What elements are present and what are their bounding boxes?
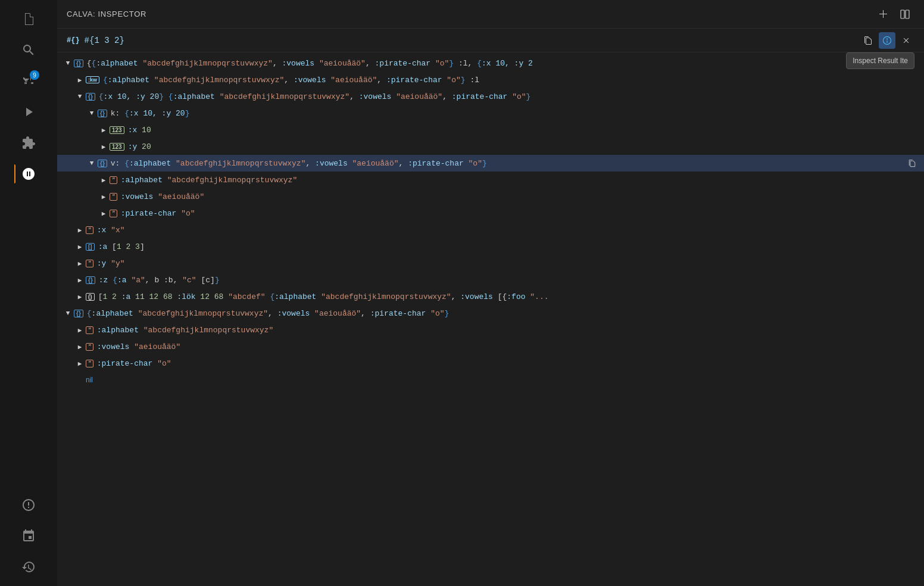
row-content: {{:alphabet "abcdefghijklmnopqrstuvwxyz"… (87, 59, 919, 68)
chevron-right-icon: ▶ (74, 74, 86, 86)
tree-row[interactable]: ▶ 123 :y 20 (57, 138, 924, 155)
title-bar: CALVA: INSPECTOR (57, 0, 924, 29)
row-content: :vowels "aeiouåäö" (121, 192, 919, 201)
type-badge-str: " (86, 260, 93, 267)
row-content: :alphabet "abcdefghijklmnopqrstuvwxyz" (121, 176, 919, 185)
svg-rect-1 (906, 10, 909, 18)
svg-rect-0 (901, 10, 904, 18)
tree-row[interactable]: ▼ {} k: {:x 10, :y 20} (57, 105, 924, 121)
tree-row[interactable]: ▶ " :vowels "aeiouåäö" (57, 188, 924, 205)
tree-row[interactable]: ▼ {} {{:alphabet "abcdefghijklmnopqrstuv… (57, 55, 924, 71)
type-badge-str: " (86, 343, 93, 351)
tree-row[interactable]: ▶ :kw {:alphabet "abcdefghijklmnopqrstuv… (57, 71, 924, 88)
row-content: :y "y" (97, 259, 919, 268)
sidebar-item-remote[interactable] (14, 491, 43, 519)
add-panel-button[interactable] (874, 5, 893, 24)
type-badge-paren: () (86, 293, 95, 301)
hash-icon: #{} (67, 36, 80, 45)
chevron-right-icon: ▶ (74, 241, 86, 253)
chevron-right-icon: ▶ (74, 224, 86, 236)
row-content: {:alphabet "abcdefghijklmnopqrstuvwxyz",… (103, 76, 919, 85)
tree-content[interactable]: ▼ {} {{:alphabet "abcdefghijklmnopqrstuv… (57, 52, 924, 586)
chevron-right-icon: ▶ (98, 141, 110, 152)
chevron-right-icon: ▶ (74, 357, 86, 369)
row-content: :z {:a "a", b :b, "c" [c]} (99, 276, 919, 285)
row-content: {:x 10, :y 20} {:alphabet "abcdefghijklm… (99, 92, 919, 101)
copy-button[interactable] (860, 32, 876, 49)
type-badge-str: " (86, 326, 93, 334)
type-badge-kw: :kw (86, 76, 99, 83)
type-badge-arr: [] (86, 243, 95, 251)
type-badge-map: {} (98, 110, 107, 117)
sidebar-item-calva[interactable] (14, 160, 43, 188)
type-badge-str: " (86, 360, 93, 367)
row-content: :a [1 2 3] (98, 242, 919, 251)
chevron-right-icon: ▶ (98, 207, 110, 219)
chevron-right-icon: ▶ (74, 291, 86, 303)
type-badge-map: {} (74, 310, 83, 317)
chevron-down-icon: ▼ (62, 57, 74, 69)
sidebar-item-search[interactable] (14, 36, 43, 64)
copy-row-button[interactable] (905, 156, 919, 170)
inspect-button[interactable] (879, 32, 895, 49)
source-control-badge: 9 (30, 70, 39, 80)
split-panel-button[interactable] (895, 5, 914, 24)
tree-row[interactable]: ▶ {} :z {:a "a", b :b, "c" [c]} (57, 272, 924, 288)
chevron-right-icon: ▶ (74, 274, 86, 286)
sidebar-item-source-control[interactable]: 9 (14, 67, 43, 95)
tree-row[interactable]: ▶ [] :a [1 2 3] (57, 238, 924, 255)
sidebar-item-git-graph[interactable] (14, 522, 43, 550)
inspect-tooltip: Inspect Result Ite (846, 52, 914, 69)
close-button[interactable] (898, 32, 914, 49)
chevron-right-icon: ▶ (98, 174, 110, 186)
tree-row[interactable]: ▶ 123 :x 10 (57, 121, 924, 138)
type-badge-map: {} (98, 160, 107, 167)
tree-row[interactable]: ▶ " :vowels "aeiouåäö" (57, 338, 924, 355)
chevron-right-icon: ▶ (98, 191, 110, 202)
chevron-right-icon: ▶ (74, 341, 86, 353)
chevron-right-icon: ▶ (74, 257, 86, 269)
tree-row[interactable]: ▶ " :y "y" (57, 255, 924, 272)
tree-row[interactable]: ▼ {} v: {:alphabet "abcdefghijklmnopqrst… (57, 155, 924, 172)
activity-bar: 9 (0, 0, 57, 586)
tree-row[interactable]: nil (57, 372, 924, 388)
row-content: :pirate-char "o" (121, 209, 919, 218)
row-content: {:alphabet "abcdefghijklmnopqrstuvwxyz",… (87, 309, 919, 318)
chevron-down-icon: ▼ (74, 91, 86, 102)
type-badge-num: 123 (110, 143, 124, 151)
row-content: k: {:x 10, :y 20} (111, 109, 919, 118)
tree-row[interactable]: ▶ () [1 2 :a 11 12 68 :lök 12 68 "abcdef… (57, 288, 924, 305)
type-badge-map: {} (74, 60, 83, 67)
sidebar-item-extensions[interactable] (14, 129, 43, 157)
type-badge-str: " (110, 193, 117, 201)
tree-row[interactable]: ▼ {} {:alphabet "abcdefghijklmnopqrstuvw… (57, 305, 924, 322)
tree-row[interactable]: ▶ " :alphabet "abcdefghijklmnopqrstuvwxy… (57, 322, 924, 338)
chevron-right-icon: ▶ (98, 124, 110, 136)
sidebar-item-run[interactable] (14, 98, 43, 126)
tree-row[interactable]: ▶ " :alphabet "abcdefghijklmnopqrstuvwxy… (57, 172, 924, 188)
top-bar: #{} #{1 3 2} Inspect Result Ite (57, 29, 924, 52)
main-panel: CALVA: INSPECTOR #{} #{1 3 2} (57, 0, 924, 586)
chevron-down-icon: ▼ (62, 307, 74, 319)
sidebar-item-explorer[interactable] (14, 5, 43, 33)
panel-title: CALVA: INSPECTOR (67, 10, 146, 18)
type-badge-map: {} (86, 93, 95, 101)
type-badge-num: 123 (110, 126, 124, 134)
chevron-down-icon: ▼ (86, 157, 98, 169)
tree-row[interactable]: ▶ " :pirate-char "o" (57, 355, 924, 372)
type-badge-str: " (86, 226, 93, 234)
nil-label: nil (86, 376, 93, 384)
row-content: [1 2 :a 11 12 68 :lök 12 68 "abcdef" {:a… (98, 292, 919, 301)
row-content: :alphabet "abcdefghijklmnopqrstuvwxyz" (97, 326, 919, 335)
top-bar-actions (860, 32, 914, 49)
sidebar-item-timeline[interactable] (14, 553, 43, 581)
type-badge-map: {} (86, 276, 95, 284)
tree-row[interactable]: ▼ {} {:x 10, :y 20} {:alphabet "abcdefgh… (57, 88, 924, 105)
row-content: :pirate-char "o" (97, 359, 919, 368)
tree-row[interactable]: ▶ " :pirate-char "o" (57, 205, 924, 222)
type-badge-str: " (110, 210, 117, 217)
tree-row[interactable]: ▶ " :x "x" (57, 222, 924, 238)
row-content: :x 10 (128, 126, 919, 135)
row-content: :x "x" (97, 226, 919, 235)
top-bar-value: #{1 3 2} (85, 36, 124, 45)
